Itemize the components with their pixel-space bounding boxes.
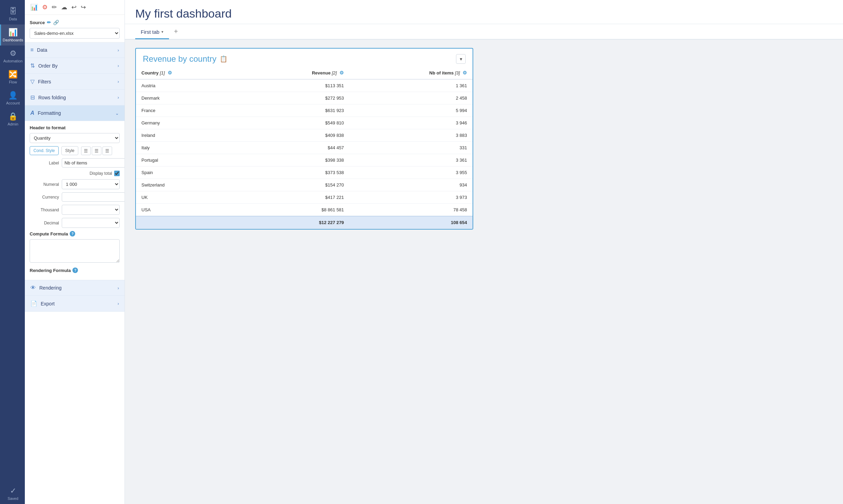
nav-item-data[interactable]: 🗄 Data	[0, 3, 25, 24]
widget: Revenue by country 📋 ▾ Country [1] ⚙ Rev…	[135, 48, 473, 230]
sidebar-item-formatting[interactable]: A Formatting ⌄	[25, 105, 125, 121]
sidebar-item-rows-folding[interactable]: ⊟ Rows folding ›	[25, 90, 125, 105]
sidebar-item-order-by[interactable]: ⇅ Order By ›	[25, 58, 125, 74]
pencil-icon[interactable]: ✏	[51, 3, 58, 12]
data-table: Country [1] ⚙ Revenue [2] ⚙ Nb of items …	[136, 67, 473, 229]
nav-item-dashboards[interactable]: 📊 Dashboards	[0, 24, 25, 46]
display-total-row: Display total	[30, 171, 120, 176]
nb-items-cell: 3 946	[349, 117, 473, 129]
sidebar-item-filters[interactable]: ▽ Filters ›	[25, 74, 125, 90]
nb-items-gear-icon[interactable]: ⚙	[463, 70, 467, 75]
nb-items-cell: 78 458	[349, 204, 473, 216]
nav-item-flow[interactable]: 🔀 Flow	[0, 67, 25, 88]
export-icon: 📄	[30, 300, 37, 307]
country-cell: Switzerland	[136, 179, 241, 191]
total-nb-items-cell: 108 654	[349, 216, 473, 229]
tabs-bar: First tab ▾ +	[125, 24, 843, 40]
data-menu-icon: ≡	[30, 47, 33, 53]
edit-icon[interactable]: ✏	[47, 20, 51, 25]
sidebar-item-data[interactable]: ≡ Data ›	[25, 42, 125, 58]
nb-items-cell: 1 361	[349, 79, 473, 92]
currency-row: Currency	[30, 192, 120, 202]
currency-label: Currency	[30, 195, 59, 200]
csv-icon[interactable]: 📋	[220, 55, 227, 63]
decimal-row: Decimal	[30, 218, 120, 228]
redo-icon[interactable]: ↪	[80, 3, 87, 12]
table-row: Denmark $272 953 2 458	[136, 92, 473, 104]
sidebar: 📊 ⚙ ✏ ☁ ↩ ↪ Source ✏ 🔗 Sales-demo-en.xls…	[25, 0, 125, 504]
country-cell: France	[136, 104, 241, 117]
align-center-button[interactable]: ☰	[92, 147, 101, 155]
tab-first-tab[interactable]: First tab ▾	[135, 25, 169, 39]
revenue-cell: $113 351	[241, 79, 349, 92]
account-icon: 👤	[8, 91, 18, 100]
currency-input[interactable]	[62, 192, 125, 202]
cloud-icon[interactable]: ☁	[60, 3, 68, 12]
table-footer: $12 227 279 108 654	[136, 216, 473, 229]
compute-formula-textarea[interactable]	[30, 239, 120, 263]
table-row: France $631 923 5 994	[136, 104, 473, 117]
table-row: Portugal $398 338 3 361	[136, 154, 473, 167]
nav-item-admin[interactable]: 🔒 Admin	[0, 109, 25, 130]
nav-item-sign-out[interactable]: ✓ Saved	[0, 483, 25, 504]
settings-icon[interactable]: ⚙	[41, 3, 48, 12]
align-right-button[interactable]: ☰	[102, 147, 112, 155]
thousand-row: Thousand	[30, 205, 120, 215]
nb-items-cell: 3 883	[349, 129, 473, 142]
header-select[interactable]: Quantity	[30, 133, 120, 143]
chart-icon[interactable]: 📊	[30, 3, 39, 12]
filters-icon: ▽	[30, 78, 34, 85]
widget-options-button[interactable]: ▾	[456, 54, 466, 64]
rendering-formula-help-icon[interactable]: ?	[72, 268, 78, 273]
nav-item-automation[interactable]: ⚙ Automation	[0, 46, 25, 67]
cond-style-button[interactable]: Cond. Style	[30, 146, 59, 155]
revenue-gear-icon[interactable]: ⚙	[339, 70, 344, 75]
label-input[interactable]	[62, 158, 125, 168]
country-cell: Austria	[136, 79, 241, 92]
align-left-button[interactable]: ☰	[81, 147, 91, 155]
main-content: My first dashboard First tab ▾ + Revenue…	[125, 0, 843, 504]
sidebar-item-export[interactable]: 📄 Export ›	[25, 296, 125, 312]
header-select-row: Quantity	[30, 133, 120, 143]
nav-item-account[interactable]: 👤 Account	[0, 88, 25, 109]
revenue-cell: $631 923	[241, 104, 349, 117]
revenue-cell: $549 810	[241, 117, 349, 129]
formatting-chevron-icon: ⌄	[115, 111, 119, 116]
style-button[interactable]: Style	[61, 146, 78, 155]
export-chevron-icon: ›	[118, 301, 119, 306]
country-gear-icon[interactable]: ⚙	[168, 70, 172, 75]
source-label: Source ✏ 🔗	[30, 20, 120, 25]
link-icon[interactable]: 🔗	[53, 20, 59, 25]
decimal-select[interactable]	[62, 218, 120, 228]
numeral-select[interactable]: 1 000	[62, 179, 120, 189]
table-row: Austria $113 351 1 361	[136, 79, 473, 92]
column-revenue: Revenue [2] ⚙	[241, 67, 349, 79]
formatting-icon: A	[30, 110, 34, 116]
display-total-label: Display total	[90, 171, 112, 176]
country-cell: Denmark	[136, 92, 241, 104]
widget-header: Revenue by country 📋 ▾	[136, 49, 473, 67]
country-cell: Spain	[136, 167, 241, 179]
table-row: Spain $373 538 3 955	[136, 167, 473, 179]
sidebar-item-rendering[interactable]: 👁 Rendering ›	[25, 280, 125, 296]
display-total-checkbox[interactable]	[114, 171, 120, 176]
tab-dropdown-icon[interactable]: ▾	[161, 30, 163, 34]
sidebar-source: Source ✏ 🔗 Sales-demo-en.xlsx	[25, 15, 125, 42]
admin-icon: 🔒	[8, 112, 18, 121]
country-cell: Italy	[136, 142, 241, 154]
total-country-cell	[136, 216, 241, 229]
header-to-format-label: Header to format	[30, 125, 120, 130]
compute-formula-help-icon[interactable]: ?	[70, 231, 75, 236]
source-select[interactable]: Sales-demo-en.xlsx	[30, 28, 120, 39]
align-buttons: ☰ ☰ ☰	[81, 147, 112, 155]
style-buttons-row: Cond. Style Style ☰ ☰ ☰	[30, 146, 120, 155]
thousand-select[interactable]	[62, 205, 120, 215]
undo-icon[interactable]: ↩	[71, 3, 77, 12]
rendering-formula-title: Rendering Formula ?	[30, 268, 120, 273]
nb-items-cell: 5 994	[349, 104, 473, 117]
add-tab-button[interactable]: +	[169, 24, 183, 39]
nav-bar: 🗄 Data 📊 Dashboards ⚙ Automation 🔀 Flow …	[0, 0, 25, 504]
label-field-label: Label	[30, 161, 59, 165]
column-nb-items: Nb of items [3] ⚙	[349, 67, 473, 79]
revenue-cell: $272 953	[241, 92, 349, 104]
